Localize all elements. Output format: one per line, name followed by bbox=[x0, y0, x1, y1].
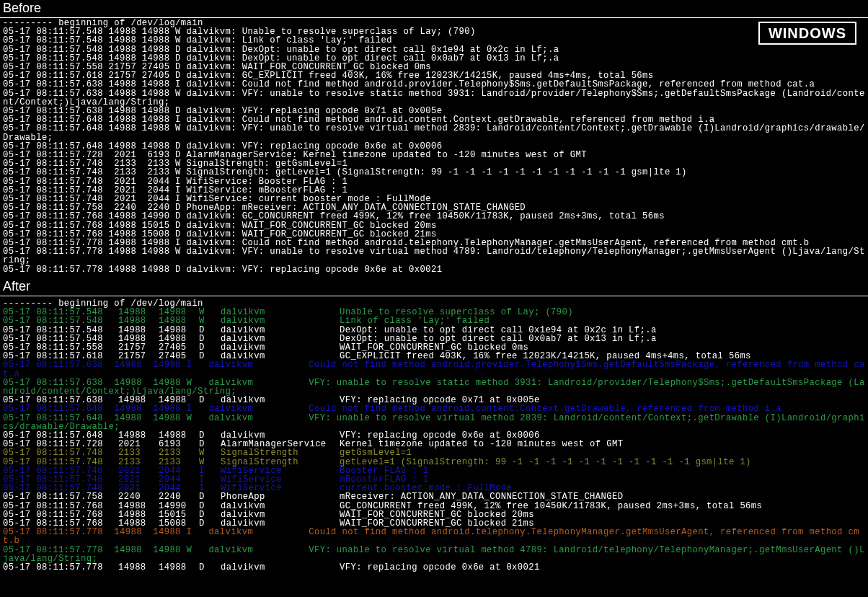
log-line: 05-17 08:11:57.778 14988 14988 I dalvikv… bbox=[3, 528, 865, 545]
log-line: 05-17 08:11:57.648 14988 14988 I dalvikv… bbox=[3, 404, 865, 413]
windows-badge: WINDOWS bbox=[758, 22, 856, 45]
log-line: 05-17 08:11:57.75822402240DPhoneAppmRece… bbox=[3, 492, 865, 501]
log-line: 05-17 08:11:57.638 14988 14988 W dalvikv… bbox=[3, 379, 865, 396]
log-line: 05-17 08:11:57.5481498814988WdalvikvmLin… bbox=[3, 317, 865, 325]
log-line: 05-17 08:11:57.7681498814990DdalvikvmGC_… bbox=[3, 502, 865, 510]
log-line: 05-17 08:11:57.638 14988 14988 I dalvikv… bbox=[3, 80, 865, 89]
log-line: 05-17 08:11:57.778 14988 14988 W dalvikv… bbox=[3, 247, 865, 265]
before-label: Before bbox=[0, 0, 868, 18]
log-line: 05-17 08:11:57.768 14988 14990 D dalvikv… bbox=[3, 212, 865, 221]
log-line: 05-17 08:11:57.7781498814988DdalvikvmVFY… bbox=[3, 563, 865, 572]
before-log-block: --------- beginning of /dev/log/main05-1… bbox=[0, 18, 868, 278]
log-line: 05-17 08:11:57.748 2133 2133 W SignalStr… bbox=[3, 168, 865, 177]
after-log-block: --------- beginning of /dev/log/main05-1… bbox=[0, 296, 868, 576]
log-line: 05-17 08:11:57.648 14988 14988 W dalvikv… bbox=[3, 124, 865, 141]
log-line: 05-17 08:11:57.74821332133WSignalStrengt… bbox=[3, 458, 865, 466]
log-line: 05-17 08:11:57.638 14988 14988 I dalvikv… bbox=[3, 361, 865, 378]
log-line: 05-17 08:11:57.548 14988 14988 W dalvikv… bbox=[3, 36, 865, 45]
after-label: After bbox=[0, 278, 868, 296]
log-line: 05-17 08:11:57.778 14988 14988 D dalvikv… bbox=[3, 265, 865, 274]
log-line: 05-17 08:11:57.548 14988 14988 D dalvikv… bbox=[3, 45, 865, 54]
log-line: 05-17 08:11:57.5481498814988DdalvikvmDex… bbox=[3, 326, 865, 335]
log-line: 05-17 08:11:57.778 14988 14988 W dalvikv… bbox=[3, 546, 865, 563]
log-line: 05-17 08:11:57.638 14988 14988 W dalvikv… bbox=[3, 89, 865, 107]
log-line: 05-17 08:11:57.648 14988 14988 W dalvikv… bbox=[3, 414, 865, 431]
log-line: 05-17 08:11:57.74821332133WSignalStrengt… bbox=[3, 448, 865, 457]
